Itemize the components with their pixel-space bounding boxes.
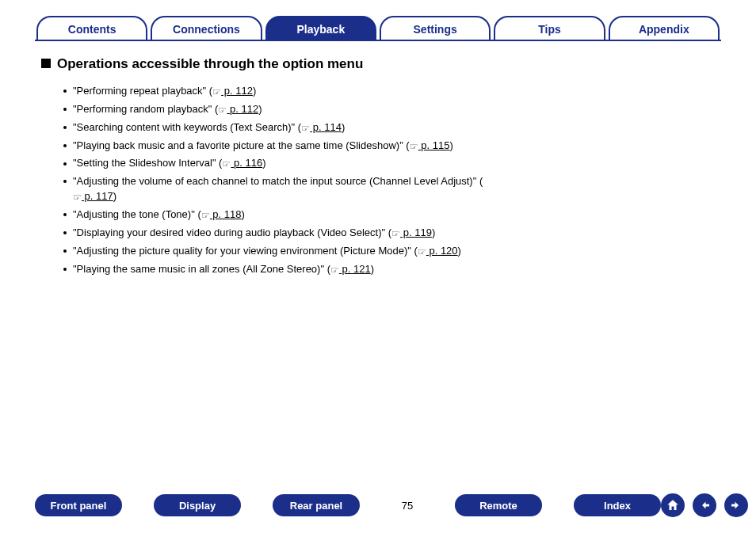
- pointer-icon: ☞: [330, 264, 339, 277]
- pointer-icon: ☞: [201, 209, 210, 223]
- item-text: "Searching content with keywords (Text S…: [73, 121, 301, 133]
- list-item: "Playing back music and a favorite pictu…: [63, 139, 485, 154]
- page-ref-link[interactable]: p. 112: [227, 103, 258, 115]
- heading-text: Operations accessible through the option…: [57, 55, 363, 73]
- button-label: Remote: [479, 500, 517, 512]
- svg-rect-0: [705, 504, 709, 507]
- tab-label: Settings: [414, 23, 457, 36]
- item-text-end: ): [432, 227, 435, 238]
- item-text-end: ): [449, 139, 452, 151]
- page-ref-link[interactable]: p. 114: [310, 121, 342, 133]
- item-text-end: ): [241, 208, 244, 220]
- nav-icons: [661, 493, 748, 517]
- home-button[interactable]: [661, 493, 685, 517]
- option-list: "Performing repeat playback" (☞ p. 112) …: [41, 84, 485, 276]
- list-item: "Adjusting the tone (Tone)" (☞ p. 118): [63, 207, 485, 223]
- tab-label: Playback: [296, 23, 345, 36]
- item-text-end: ): [258, 103, 262, 115]
- page-ref-link[interactable]: p. 116: [231, 157, 262, 169]
- tab-contents[interactable]: Contents: [36, 16, 147, 41]
- arrow-left-icon: [697, 498, 712, 512]
- pointer-icon: ☞: [410, 140, 418, 154]
- item-text-end: ): [458, 245, 461, 257]
- bottom-buttons: Front panel Display Rear panel 75 Remote…: [35, 494, 661, 516]
- item-text: "Playing back music and a favorite pictu…: [73, 139, 410, 151]
- list-item: "Playing the same music in all zones (Al…: [63, 262, 485, 277]
- display-button[interactable]: Display: [154, 494, 241, 516]
- pointer-icon: ☞: [73, 191, 82, 204]
- tab-appendix[interactable]: Appendix: [609, 16, 720, 41]
- tab-connections[interactable]: Connections: [151, 16, 262, 41]
- item-text: "Performing random playback" (: [73, 103, 218, 115]
- page-ref-link[interactable]: p. 121: [339, 263, 371, 275]
- home-icon: [666, 498, 680, 512]
- item-text-end: ): [342, 121, 345, 133]
- pointer-icon: ☞: [222, 158, 231, 171]
- button-label: Front panel: [51, 500, 107, 512]
- svg-rect-1: [731, 504, 735, 507]
- item-text: "Adjusting the volume of each channel to…: [73, 175, 483, 187]
- item-text-end: ): [371, 263, 374, 275]
- tab-label: Appendix: [639, 23, 689, 36]
- page-ref-link[interactable]: p. 112: [221, 85, 253, 97]
- item-text: "Playing the same music in all zones (Al…: [73, 263, 330, 275]
- pointer-icon: ☞: [218, 104, 227, 117]
- page-ref-link[interactable]: p. 118: [210, 208, 242, 220]
- pointer-icon: ☞: [212, 86, 221, 99]
- item-text: "Displaying your desired video during au…: [73, 227, 391, 238]
- front-panel-button[interactable]: Front panel: [35, 494, 122, 516]
- page-ref-link[interactable]: p. 115: [418, 139, 450, 151]
- list-item: "Performing random playback" (☞ p. 112): [63, 102, 485, 117]
- top-tabs: Contents Connections Playback Settings T…: [0, 0, 756, 41]
- section-heading: Operations accessible through the option…: [41, 55, 715, 73]
- page-ref-link[interactable]: p. 119: [400, 227, 432, 238]
- arrow-right-icon: [729, 498, 743, 512]
- list-item: "Adjusting the volume of each channel to…: [63, 174, 485, 204]
- item-text: "Adjusting the tone (Tone)" (: [73, 208, 201, 220]
- content-area: Operations accessible through the option…: [0, 41, 756, 276]
- square-bullet-icon: [41, 59, 51, 68]
- list-item: "Searching content with keywords (Text S…: [63, 120, 485, 135]
- bottom-bar: Front panel Display Rear panel 75 Remote…: [0, 493, 756, 517]
- item-text-end: ): [253, 85, 256, 97]
- page-ref-link[interactable]: p. 120: [426, 245, 458, 257]
- list-item: "Adjusting the picture quality for your …: [63, 244, 485, 259]
- item-text-end: ): [113, 190, 116, 202]
- list-item: "Performing repeat playback" (☞ p. 112): [63, 84, 485, 99]
- tab-tips[interactable]: Tips: [494, 16, 605, 41]
- index-button[interactable]: Index: [574, 494, 661, 516]
- prev-page-button[interactable]: [693, 493, 716, 517]
- list-item: "Setting the Slideshow Interval" (☞ p. 1…: [63, 156, 485, 171]
- item-text: "Adjusting the picture quality for your …: [73, 245, 418, 257]
- pointer-icon: ☞: [391, 227, 400, 241]
- item-text: "Setting the Slideshow Interval" (: [73, 157, 222, 169]
- pointer-icon: ☞: [301, 122, 310, 135]
- rear-panel-button[interactable]: Rear panel: [273, 494, 360, 516]
- page-number: 75: [391, 500, 423, 512]
- tab-label: Tips: [538, 23, 561, 36]
- pointer-icon: ☞: [418, 246, 426, 259]
- button-label: Index: [604, 500, 631, 512]
- list-item: "Displaying your desired video during au…: [63, 226, 485, 241]
- tab-settings[interactable]: Settings: [380, 16, 491, 41]
- tab-playback[interactable]: Playback: [265, 16, 376, 41]
- tab-label: Connections: [173, 23, 240, 36]
- next-page-button[interactable]: [724, 493, 748, 517]
- page-ref-link[interactable]: p. 117: [82, 190, 113, 202]
- item-text-end: ): [262, 157, 265, 169]
- tab-label: Contents: [68, 23, 116, 36]
- button-label: Rear panel: [290, 500, 342, 512]
- button-label: Display: [179, 500, 216, 512]
- item-text: "Performing repeat playback" (: [73, 85, 212, 97]
- remote-button[interactable]: Remote: [455, 494, 542, 516]
